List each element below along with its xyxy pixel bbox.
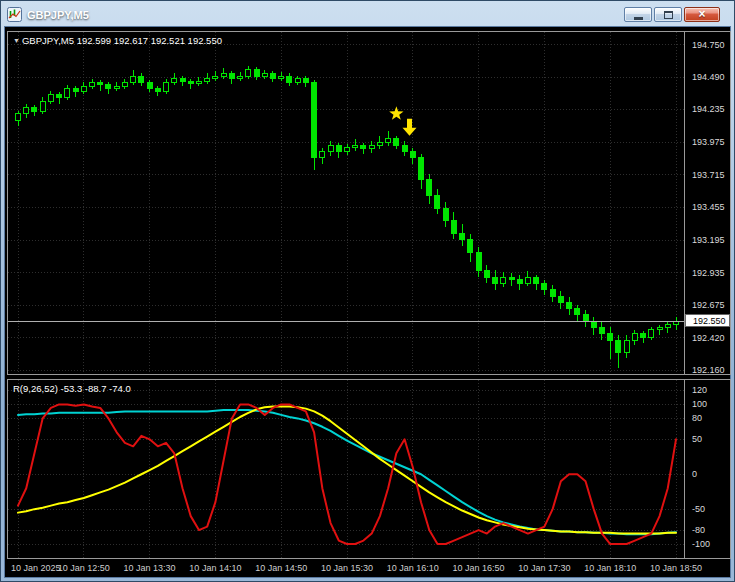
price-axis-label: 193.715 <box>692 170 725 180</box>
chart-ohlc-overlay: ▼GBPJPY,M5 192.599 192.617 192.521 192.5… <box>13 35 222 46</box>
indicator-axis[interactable]: 12010080500-50-80-100 <box>685 380 730 558</box>
indicator-axis-label: 50 <box>692 434 702 444</box>
close-icon: × <box>698 8 705 21</box>
price-chart-panel: ▼GBPJPY,M5 192.599 192.617 192.521 192.5… <box>7 31 731 375</box>
indicator-axis-label: -100 <box>692 539 710 549</box>
indicator-label: R(9,26,52) -53.3 -88.7 -74.0 <box>13 383 131 394</box>
price-axis-label: 193.975 <box>692 137 725 147</box>
app-icon <box>7 7 22 22</box>
price-axis-label: 192.935 <box>692 268 725 278</box>
maximize-icon <box>664 11 673 19</box>
star-marker-icon <box>389 106 403 120</box>
time-axis-label: 10 Jan 17:30 <box>518 563 570 573</box>
time-axis-label: 10 Jan 2025 <box>11 563 61 573</box>
collapse-arrow-icon[interactable]: ▼ <box>13 37 20 44</box>
time-axis-label: 10 Jan 16:50 <box>453 563 505 573</box>
indicator-axis-label: -80 <box>692 525 705 535</box>
price-axis-label: 193.455 <box>692 202 725 212</box>
price-axis-label: 194.750 <box>692 40 725 50</box>
indicator-axis-label: 120 <box>692 385 707 395</box>
titlebar[interactable]: GBPJPY,M5 × <box>5 4 730 25</box>
price-grid <box>8 32 684 374</box>
time-axis-label: 10 Jan 18:10 <box>584 563 636 573</box>
time-axis-label: 10 Jan 18:50 <box>650 563 702 573</box>
window-title: GBPJPY,M5 <box>27 9 89 21</box>
time-axis-label: 10 Jan 14:50 <box>255 563 307 573</box>
price-axis-label: 194.490 <box>692 72 725 82</box>
maximize-button[interactable] <box>654 7 682 22</box>
time-axis-label: 10 Jan 15:30 <box>321 563 373 573</box>
candles <box>16 66 679 368</box>
minimize-icon <box>634 17 643 20</box>
price-axis-label: 192.675 <box>692 300 725 310</box>
price-axis-label: 194.235 <box>692 104 725 114</box>
close-button[interactable]: × <box>684 7 720 22</box>
minimize-button[interactable] <box>624 7 652 22</box>
time-axis-label: 10 Jan 14:10 <box>189 563 241 573</box>
ohlc-text: GBPJPY,M5 192.599 192.617 192.521 192.55… <box>22 35 222 46</box>
window-controls: × <box>624 7 720 22</box>
indicator-axis-label: 80 <box>692 413 702 423</box>
bid-price-label: 192.550 <box>685 314 730 327</box>
indicator-axis-label: 0 <box>692 469 697 479</box>
price-axis-label: 193.195 <box>692 235 725 245</box>
indicator-axis-label: -50 <box>692 504 705 514</box>
price-axis-label: 192.160 <box>692 365 725 375</box>
time-axis-label: 10 Jan 13:30 <box>124 563 176 573</box>
chart-client-area: ▼GBPJPY,M5 192.599 192.617 192.521 192.5… <box>4 26 731 578</box>
time-axis[interactable]: 10 Jan 202510 Jan 12:5010 Jan 13:3010 Ja… <box>7 561 733 577</box>
indicator-chart[interactable] <box>8 380 684 558</box>
time-axis-label: 10 Jan 16:10 <box>387 563 439 573</box>
price-axis[interactable]: 194.750194.490194.235193.975193.715193.4… <box>685 32 730 374</box>
candlestick-chart[interactable] <box>8 32 684 374</box>
indicator-panel: R(9,26,52) -53.3 -88.7 -74.0 12010080500… <box>7 379 731 559</box>
mt4-chart-window: GBPJPY,M5 × ▼GBPJPY,M5 192.599 192.617 1… <box>0 0 735 582</box>
indicator-axis-label: 100 <box>692 399 707 409</box>
time-axis-label: 10 Jan 12:50 <box>58 563 110 573</box>
price-axis-label: 192.420 <box>692 333 725 343</box>
arrow-down-marker-icon <box>403 119 417 136</box>
